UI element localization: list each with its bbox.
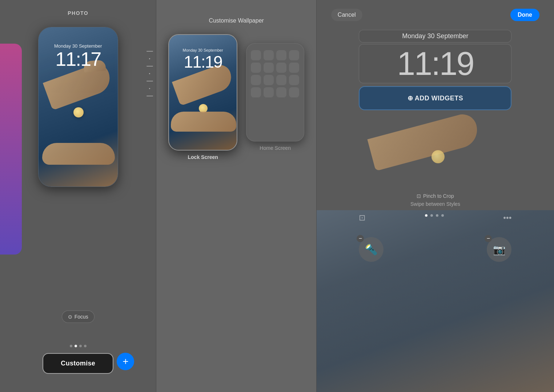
panel2-title: Customise Wallpaper xyxy=(209,17,264,24)
app-icon xyxy=(264,75,274,85)
home-app-grid xyxy=(246,44,304,102)
panel-2: Customise Wallpaper Monday 30 September … xyxy=(156,0,316,392)
app-icon xyxy=(251,50,261,60)
app-icon xyxy=(251,87,261,97)
p3-moon xyxy=(431,150,445,163)
pinch-to-crop-hint: ⊡ Pinch to Crop xyxy=(417,193,454,199)
app-icon xyxy=(276,63,286,73)
style-dot-4 xyxy=(441,214,444,217)
focus-label: Focus xyxy=(75,314,88,320)
p3-hand-upper xyxy=(368,111,481,171)
app-icon xyxy=(289,87,299,97)
partial-screen-left xyxy=(0,44,22,255)
customise-button[interactable]: Customise xyxy=(43,353,113,374)
panel-1: PHOTO Monday 30 September 11:17 ⊙ Focus … xyxy=(0,0,156,392)
lock-screen-label: Lock Screen xyxy=(188,154,218,160)
photo-style-icon[interactable]: ⊡ xyxy=(359,213,365,223)
done-button[interactable]: Done xyxy=(510,9,539,21)
crop-icon: ⊡ xyxy=(417,193,421,199)
lock-screen-card[interactable]: Monday 30 September 11:19 xyxy=(168,34,237,151)
add-widgets-plus-icon: ⊕ xyxy=(408,95,415,102)
edit-handle xyxy=(146,81,153,81)
add-widgets-label: ADD WIDGETS xyxy=(415,95,463,102)
edit-dot xyxy=(149,88,150,89)
style-dot-2 xyxy=(430,214,433,217)
app-icon xyxy=(289,63,299,73)
app-icon xyxy=(276,75,286,85)
camera-button[interactable]: − 📷 xyxy=(487,237,511,262)
p3-date-bar[interactable]: Monday 30 September xyxy=(359,30,511,43)
add-button[interactable]: + xyxy=(117,353,134,370)
edit-handle xyxy=(146,96,153,96)
swipe-styles-hint: Swipe between Styles xyxy=(410,201,460,207)
focus-button[interactable]: ⊙ Focus xyxy=(62,311,95,323)
p3-wallpaper-preview xyxy=(359,117,511,190)
app-icon xyxy=(264,87,274,97)
panel3-header: Cancel Done xyxy=(317,0,554,30)
wallpaper-choice: Monday 30 September 11:19 Lock Screen xyxy=(168,34,304,160)
dot-4 xyxy=(84,345,87,347)
camera-icon: 📷 xyxy=(493,244,506,256)
p3-content: Cancel Done Monday 30 September 11:19 ⊕ … xyxy=(317,0,554,262)
style-dot-3 xyxy=(436,214,438,217)
app-icon xyxy=(251,75,261,85)
edit-handle xyxy=(146,66,153,67)
edit-dot xyxy=(149,73,150,74)
flashlight-button[interactable]: − 🔦 xyxy=(359,237,384,262)
partial-screen-right xyxy=(143,44,156,255)
dot-3 xyxy=(79,345,82,347)
style-dots xyxy=(425,214,444,217)
panel-3: Cancel Done Monday 30 September 11:19 ⊕ … xyxy=(317,0,554,392)
edit-dot xyxy=(149,58,150,59)
pinch-to-crop-label: Pinch to Crop xyxy=(423,193,454,199)
home-screen-card[interactable] xyxy=(246,43,304,141)
phone-preview[interactable]: Monday 30 September 11:17 xyxy=(38,27,118,187)
app-icon xyxy=(289,75,299,85)
lock-hand-bottom xyxy=(171,112,236,132)
home-screen-label: Home Screen xyxy=(260,145,291,151)
panel1-label: PHOTO xyxy=(68,10,88,16)
app-icon xyxy=(289,50,299,60)
dot-1 xyxy=(70,345,72,347)
p3-time[interactable]: 11:19 xyxy=(359,44,511,83)
add-icon: + xyxy=(123,356,128,367)
p3-bottom-row: − 🔦 − 📷 xyxy=(359,237,511,262)
page-dots xyxy=(70,345,87,347)
app-icon xyxy=(264,63,274,73)
phone-time: 11:17 xyxy=(39,48,118,70)
app-icon xyxy=(264,50,274,60)
hand-bottom-art xyxy=(42,143,115,165)
app-icon xyxy=(276,87,286,97)
lock-screen-time: 11:19 xyxy=(169,52,237,72)
dot-2 xyxy=(75,345,77,347)
app-icon xyxy=(276,50,286,60)
app-icon xyxy=(251,63,261,73)
style-dot-1 xyxy=(425,214,427,217)
flashlight-icon: 🔦 xyxy=(365,244,378,256)
focus-icon: ⊙ xyxy=(68,314,72,320)
more-options-icon[interactable]: ••• xyxy=(503,213,511,223)
add-widgets-button[interactable]: ⊕ ADD WIDGETS xyxy=(359,86,511,110)
edit-handle xyxy=(146,51,153,52)
cancel-button[interactable]: Cancel xyxy=(331,9,362,21)
moon-art xyxy=(73,107,84,117)
